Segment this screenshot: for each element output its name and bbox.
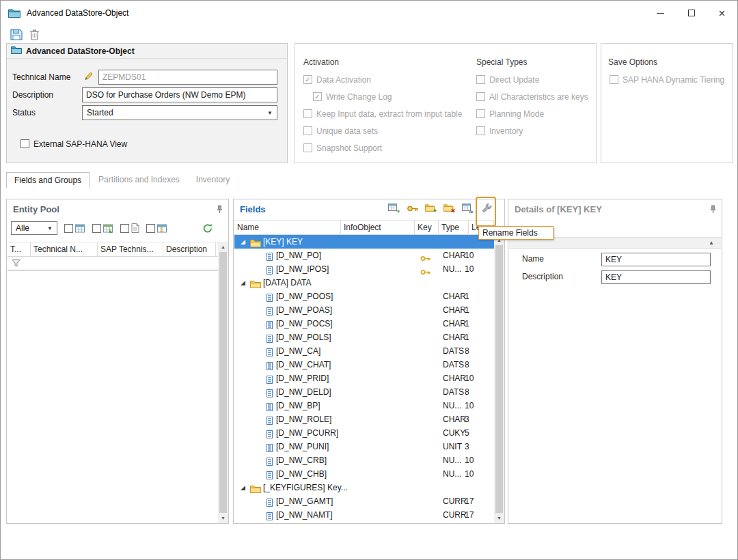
column-header-description[interactable]: Description <box>163 242 216 256</box>
close-button[interactable]: × <box>707 1 737 25</box>
column-header-technical-n[interactable]: Technical N... <box>31 242 98 256</box>
add-field-icon[interactable] <box>388 204 400 214</box>
checkbox-inventory[interactable]: Inventory <box>476 122 594 139</box>
field-group-row[interactable]: ◢[_KEYFIGURES] Key... <box>234 481 494 494</box>
field-row[interactable]: [D_NW_BP]NU...10 <box>234 399 494 412</box>
field-row[interactable]: [D_NW_ROLE]CHAR3 <box>234 412 494 426</box>
tree-expanded-icon[interactable]: ◢ <box>241 276 245 290</box>
checkbox-all-characteristics-are-keys[interactable]: All Characteristics are keys <box>476 88 594 105</box>
hierarchy-table-icon[interactable] <box>103 224 113 233</box>
field-row[interactable]: [D_NW_CHAT]DATS8 <box>234 358 494 372</box>
details-description-input[interactable] <box>601 270 711 284</box>
tree-expanded-icon[interactable]: ◢ <box>241 235 245 249</box>
field-row[interactable]: [D_NW_POOS]CHAR1 <box>234 290 494 303</box>
pin-icon[interactable] <box>216 205 223 216</box>
checkbox-box[interactable] <box>476 126 485 135</box>
move-field-icon[interactable] <box>462 204 474 214</box>
manage-keys-icon[interactable] <box>407 204 418 213</box>
scroll-down-icon[interactable]: ▼ <box>494 513 504 523</box>
entity-filter-checkbox-1[interactable] <box>64 224 73 233</box>
description-input[interactable] <box>82 87 277 102</box>
column-header-sap-technis[interactable]: SAP Technis... <box>98 242 163 256</box>
collapse-icon[interactable]: ▲ <box>709 240 714 246</box>
field-name: [D_NW_PRID] <box>276 372 329 385</box>
field-row[interactable]: [D_NW_PCURR]CUKY5 <box>234 426 494 440</box>
field-row[interactable]: [D_NW_PUNI]UNIT3 <box>234 440 494 453</box>
checkbox-box[interactable] <box>20 139 29 148</box>
checkbox-snapshot-support[interactable]: Snapshot Support <box>303 139 474 156</box>
edit-pencil-icon[interactable] <box>83 71 94 81</box>
field-row[interactable]: [D_NW_CRB]NU...10 <box>234 453 494 467</box>
entity-filter-checkbox-2[interactable] <box>92 224 101 233</box>
minimize-button[interactable] <box>645 1 676 25</box>
tab-inventory[interactable]: Inventory <box>189 172 237 188</box>
checkbox-box[interactable] <box>610 75 618 84</box>
checkbox-data-activation[interactable]: ✓Data Activation <box>303 71 474 88</box>
column-header-t[interactable]: T... <box>8 242 31 256</box>
checkbox-keep-input-data-extract-from-input-table[interactable]: Keep Input data, extract from input tabl… <box>303 105 474 122</box>
entity-filter-checkbox-3[interactable] <box>120 224 129 233</box>
chevron-down-icon: ▼ <box>267 110 273 116</box>
entity-pool-filter-row[interactable] <box>8 255 218 270</box>
tab-partitions-and-indexes[interactable]: Partitions and Indexes <box>91 172 187 188</box>
refresh-icon[interactable] <box>202 223 213 234</box>
vertical-scrollbar[interactable]: ▲ ▼ <box>218 242 228 523</box>
field-row[interactable]: [D_NW_PO]CHAR10 <box>234 249 494 262</box>
checkbox-planning-mode[interactable]: Planning Mode <box>476 105 594 122</box>
checkbox-write-change-log[interactable]: ✓Write Change Log <box>303 88 474 105</box>
details-name-input[interactable] <box>601 253 711 266</box>
scroll-up-icon[interactable]: ▲ <box>218 242 228 252</box>
entity-filter-checkbox-4[interactable] <box>146 224 155 233</box>
checkbox-sap-hana-dynamic-tiering[interactable]: SAP HANA Dynamic Tiering <box>610 71 731 88</box>
column-header-name[interactable]: Name <box>234 221 341 234</box>
field-row[interactable]: [D_NW_GAMT]CURR17 <box>234 494 494 508</box>
currency-table-icon[interactable]: $ <box>157 224 167 233</box>
checkbox-box[interactable]: ✓ <box>303 75 312 84</box>
field-group-row[interactable]: ◢[KEY] KEY <box>234 235 494 249</box>
document-icon[interactable] <box>131 223 139 233</box>
checkbox-box[interactable]: ✓ <box>313 92 322 101</box>
column-header-type[interactable]: Type <box>439 221 469 234</box>
checkbox-box[interactable] <box>303 143 312 152</box>
field-type: NU... <box>443 262 461 276</box>
status-select[interactable]: Started ▼ <box>82 105 277 120</box>
entity-filter-select[interactable]: Alle ▼ <box>11 221 57 235</box>
technical-name-input[interactable] <box>98 70 277 85</box>
tab-fields-and-groups[interactable]: Fields and Groups <box>6 172 90 188</box>
characteristic-table-icon[interactable] <box>75 224 85 233</box>
checkbox-box[interactable] <box>476 75 485 84</box>
field-row[interactable]: [D_NW_CHB]NU...10 <box>234 467 494 481</box>
checkbox-box[interactable] <box>476 92 485 101</box>
field-row[interactable]: [D_NW_NAMT]CURR17 <box>234 508 494 522</box>
scrollbar-thumb[interactable] <box>495 245 503 513</box>
vertical-scrollbar[interactable]: ▲ ▼ <box>494 235 504 523</box>
field-row[interactable]: [D_NW_DELD]DATS8 <box>234 385 494 399</box>
field-row[interactable]: [D_NW_IPOS]NU...10 <box>234 262 494 276</box>
column-header-infoobject[interactable]: InfoObject <box>341 221 415 234</box>
group-name: [KEY] KEY <box>263 235 303 249</box>
field-row[interactable]: [D_NW_POLS]CHAR1 <box>234 331 494 344</box>
field-group-row[interactable]: ◢[DATA] DATA <box>234 276 494 290</box>
add-group-icon[interactable] <box>425 204 437 213</box>
field-row[interactable]: [D_NW_POCS]CHAR1 <box>234 317 494 331</box>
field-row[interactable]: [D_NW_CA]DATS8 <box>234 344 494 358</box>
maximize-button[interactable] <box>676 1 707 25</box>
checkbox-unique-data-sets[interactable]: Unique data sets <box>303 122 474 139</box>
trash-icon[interactable] <box>29 29 40 40</box>
checkbox-box[interactable] <box>303 109 312 118</box>
field-type: CHAR <box>443 290 466 303</box>
field-row[interactable]: [D_NW_PRID]CHAR10 <box>234 372 494 385</box>
checkbox-box[interactable] <box>303 126 312 135</box>
column-header-key[interactable]: Key <box>415 221 439 234</box>
rename-fields-icon[interactable] <box>480 203 492 214</box>
scrollbar-thumb[interactable] <box>219 252 227 513</box>
scroll-down-icon[interactable]: ▼ <box>218 513 228 523</box>
checkbox-direct-update[interactable]: Direct Update <box>476 71 594 88</box>
pin-icon[interactable] <box>709 205 717 216</box>
save-icon[interactable] <box>10 29 23 40</box>
checkbox-box[interactable] <box>476 109 485 118</box>
checkbox-external-sap-hana-view[interactable]: External SAP-HANA View <box>20 135 127 152</box>
tree-expanded-icon[interactable]: ◢ <box>241 481 245 494</box>
delete-group-icon[interactable] <box>443 204 455 213</box>
field-row[interactable]: [D_NW_POAS]CHAR1 <box>234 303 494 317</box>
